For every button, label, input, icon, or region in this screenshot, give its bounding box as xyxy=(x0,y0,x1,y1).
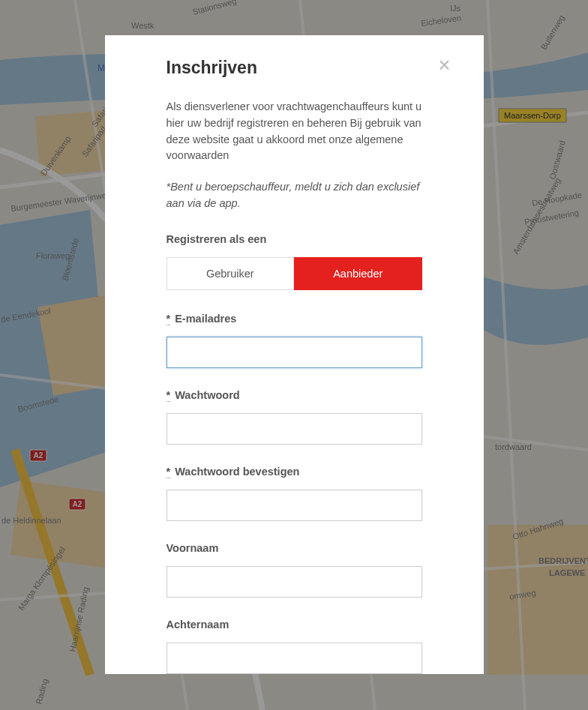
close-icon: × xyxy=(438,53,450,76)
firstname-input[interactable] xyxy=(166,566,422,598)
modal-overlay: Inschrijven × Als diensverlener voor vra… xyxy=(0,0,588,710)
password-label: * Wachtwoord xyxy=(166,389,422,401)
firstname-label: Voornaam xyxy=(166,542,422,554)
register-as-label: Registreren als een xyxy=(166,233,422,245)
password-confirm-label: * Wachtwoord bevestigen xyxy=(166,466,422,478)
required-asterisk: * xyxy=(166,466,171,478)
close-button[interactable]: × xyxy=(436,56,454,74)
required-asterisk: * xyxy=(166,389,171,402)
password-confirm-input[interactable] xyxy=(166,490,422,521)
toggle-provider[interactable]: Aanbieder xyxy=(294,257,422,290)
required-asterisk: * xyxy=(166,313,171,325)
lastname-input[interactable] xyxy=(166,643,422,674)
lastname-label: Achternaam xyxy=(166,619,422,631)
modal-title: Inschrijven xyxy=(166,58,257,78)
email-label: * E-mailadres xyxy=(166,313,422,325)
signup-modal: Inschrijven × Als diensverlener voor vra… xyxy=(105,35,484,674)
password-input[interactable] xyxy=(166,413,422,445)
register-as-toggle: Gebruiker Aanbieder xyxy=(166,257,422,290)
modal-description: Als diensverlener voor vrachtwagenchauff… xyxy=(166,99,422,164)
toggle-user[interactable]: Gebruiker xyxy=(166,257,295,290)
email-input[interactable] xyxy=(166,337,422,368)
modal-note: *Bent u beroepschauffeur, meldt u zich d… xyxy=(166,179,422,212)
